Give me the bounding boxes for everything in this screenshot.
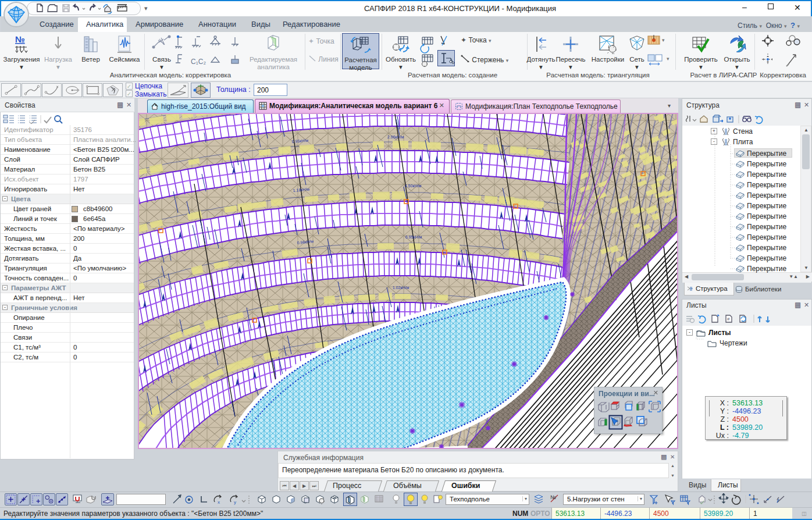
svg-text:6.95кН/м: 6.95кН/м	[405, 235, 422, 239]
svg-text:▾: ▾	[667, 56, 669, 62]
svg-text:№: №	[550, 494, 556, 500]
svg-text:№: №	[15, 34, 25, 44]
svg-text:x: x	[218, 500, 220, 505]
svg-text:▾: ▾	[662, 37, 665, 43]
svg-text:4.50кН/м: 4.50кН/м	[405, 184, 422, 188]
svg-text:#: #	[727, 316, 730, 322]
svg-text:1.02кН/м: 1.02кН/м	[393, 286, 409, 290]
svg-text:y: y	[234, 500, 236, 505]
svg-text:C₁C₂: C₁C₂	[191, 58, 206, 66]
svg-text:2.96кН/м: 2.96кН/м	[387, 135, 404, 139]
